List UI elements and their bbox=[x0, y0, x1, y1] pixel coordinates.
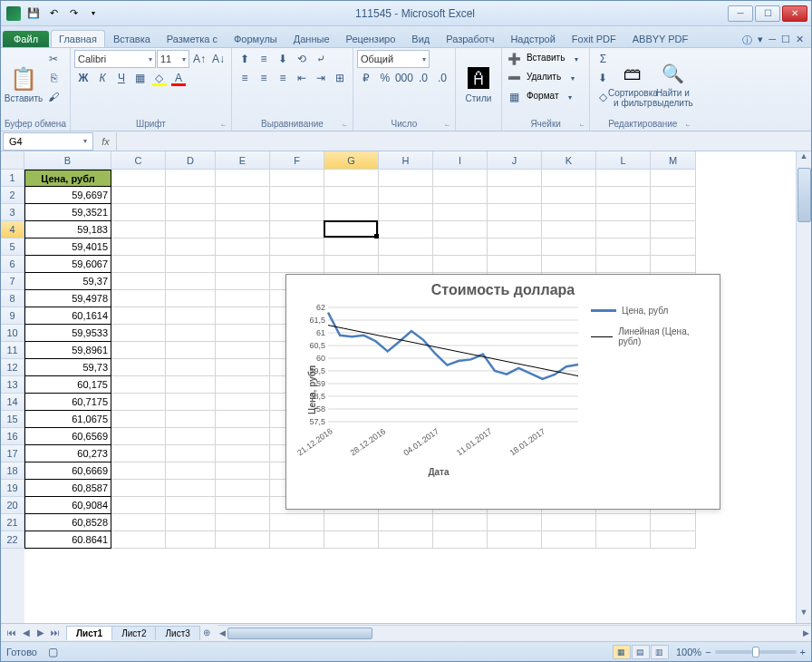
cell[interactable]: 60,8528 bbox=[24, 514, 111, 531]
cell[interactable] bbox=[166, 394, 216, 411]
cell[interactable] bbox=[111, 290, 166, 307]
cell[interactable] bbox=[216, 256, 270, 273]
window-close-icon[interactable]: ✕ bbox=[796, 34, 804, 47]
number-format-combo[interactable]: Общий▾ bbox=[357, 50, 430, 68]
name-box[interactable]: G4▾ bbox=[3, 132, 93, 151]
row-header[interactable]: 3 bbox=[1, 204, 24, 221]
save-icon[interactable]: 💾 bbox=[24, 5, 43, 23]
shrink-font-icon[interactable]: A↓ bbox=[209, 50, 227, 68]
align-right-icon[interactable]: ≡ bbox=[274, 69, 292, 87]
format-painter-icon[interactable]: 🖌 bbox=[44, 88, 63, 106]
ribbon-tab[interactable]: Вид bbox=[403, 30, 438, 47]
cell[interactable] bbox=[111, 462, 166, 480]
cell[interactable]: 60,175 bbox=[24, 376, 111, 394]
zoom-in-icon[interactable]: + bbox=[800, 647, 806, 657]
cell[interactable] bbox=[651, 221, 696, 239]
cell[interactable]: 60,9084 bbox=[24, 497, 111, 514]
align-bottom-icon[interactable]: ⬇ bbox=[274, 50, 292, 68]
cell[interactable] bbox=[166, 531, 216, 549]
cell[interactable] bbox=[216, 273, 270, 290]
cell[interactable] bbox=[166, 342, 216, 359]
cell[interactable] bbox=[216, 187, 270, 204]
bold-icon[interactable]: Ж bbox=[74, 69, 92, 87]
percent-icon[interactable]: % bbox=[376, 69, 394, 87]
cell[interactable]: 59,6697 bbox=[24, 187, 111, 204]
cell[interactable] bbox=[651, 170, 696, 187]
row-header[interactable]: 22 bbox=[1, 531, 24, 549]
cell[interactable] bbox=[379, 170, 433, 187]
maximize-button[interactable]: ☐ bbox=[755, 5, 780, 22]
cell[interactable]: Цена, рубл bbox=[24, 170, 111, 187]
cell[interactable] bbox=[270, 187, 324, 204]
align-center-icon[interactable]: ≡ bbox=[255, 69, 273, 87]
cell[interactable] bbox=[596, 204, 651, 221]
cell[interactable] bbox=[111, 307, 166, 325]
cell[interactable]: 60,8587 bbox=[24, 480, 111, 497]
cell[interactable] bbox=[111, 256, 166, 273]
cell[interactable] bbox=[166, 359, 216, 376]
cell[interactable] bbox=[216, 170, 270, 187]
cell[interactable] bbox=[166, 497, 216, 514]
cell[interactable] bbox=[111, 531, 166, 549]
cell[interactable] bbox=[216, 462, 270, 480]
align-left-icon[interactable]: ≡ bbox=[236, 69, 254, 87]
cell[interactable] bbox=[596, 256, 651, 273]
cell[interactable] bbox=[216, 325, 270, 342]
cell[interactable] bbox=[216, 221, 270, 239]
cell[interactable] bbox=[166, 428, 216, 445]
cell[interactable] bbox=[651, 531, 696, 549]
cell[interactable] bbox=[216, 514, 270, 531]
cell[interactable] bbox=[542, 221, 596, 239]
cell[interactable] bbox=[216, 480, 270, 497]
column-header[interactable]: D bbox=[166, 151, 216, 170]
column-header[interactable]: I bbox=[433, 151, 488, 170]
cell[interactable] bbox=[433, 204, 488, 221]
cell[interactable]: 61,0675 bbox=[24, 411, 111, 428]
cell[interactable]: 59,4015 bbox=[24, 239, 111, 256]
cell[interactable] bbox=[166, 462, 216, 480]
cell[interactable] bbox=[596, 170, 651, 187]
copy-icon[interactable]: ⎘ bbox=[44, 69, 63, 87]
cell[interactable] bbox=[216, 376, 270, 394]
decrease-indent-icon[interactable]: ⇤ bbox=[293, 69, 311, 87]
comma-icon[interactable]: 000 bbox=[395, 69, 413, 87]
row-header[interactable]: 15 bbox=[1, 411, 24, 428]
cell[interactable]: 60,1614 bbox=[24, 307, 111, 325]
cell[interactable]: 59,3521 bbox=[24, 204, 111, 221]
cell[interactable]: 59,4978 bbox=[24, 290, 111, 307]
qat-more-icon[interactable]: ▾ bbox=[84, 5, 102, 23]
cell[interactable] bbox=[216, 359, 270, 376]
cell[interactable]: 60,6569 bbox=[24, 428, 111, 445]
normal-view-icon[interactable]: ▦ bbox=[613, 645, 631, 659]
window-restore-icon[interactable]: ☐ bbox=[781, 34, 790, 47]
cell[interactable] bbox=[324, 239, 379, 256]
cell[interactable] bbox=[270, 239, 324, 256]
cell[interactable] bbox=[651, 256, 696, 273]
embedded-chart[interactable]: Стоимость доллара Цена, рубл 57,55858,55… bbox=[285, 274, 720, 510]
column-header[interactable]: M bbox=[651, 151, 696, 170]
cell[interactable] bbox=[651, 239, 696, 256]
cell[interactable] bbox=[596, 514, 651, 531]
cell[interactable] bbox=[216, 307, 270, 325]
sheet-tab[interactable]: Лист1 bbox=[66, 626, 112, 640]
cell[interactable] bbox=[270, 531, 324, 549]
cell[interactable] bbox=[166, 204, 216, 221]
file-tab[interactable]: Файл bbox=[3, 31, 49, 47]
column-header[interactable]: G bbox=[324, 151, 379, 170]
cell[interactable] bbox=[488, 221, 542, 239]
currency-icon[interactable]: ₽ bbox=[357, 69, 375, 87]
column-headers[interactable]: BCDEFGHIJKLM bbox=[24, 151, 696, 170]
cell[interactable] bbox=[596, 187, 651, 204]
ribbon-tab[interactable]: Рецензиро bbox=[338, 30, 404, 47]
cell[interactable]: 59,73 bbox=[24, 359, 111, 376]
decrease-decimal-icon[interactable]: .0 bbox=[433, 69, 451, 87]
column-header[interactable]: H bbox=[379, 151, 433, 170]
cells-area[interactable]: Цена, рубл59,669759,352159,18359,401559,… bbox=[24, 170, 811, 623]
new-sheet-icon[interactable]: ⊕ bbox=[199, 626, 214, 640]
fill-icon[interactable]: ⬇ bbox=[594, 69, 612, 87]
row-header[interactable]: 11 bbox=[1, 342, 24, 359]
sheet-tab[interactable]: Лист2 bbox=[111, 626, 156, 640]
row-header[interactable]: 1 bbox=[1, 170, 24, 187]
sheet-nav-last-icon[interactable]: ⏭ bbox=[48, 626, 63, 640]
cell[interactable]: 59,6067 bbox=[24, 256, 111, 273]
